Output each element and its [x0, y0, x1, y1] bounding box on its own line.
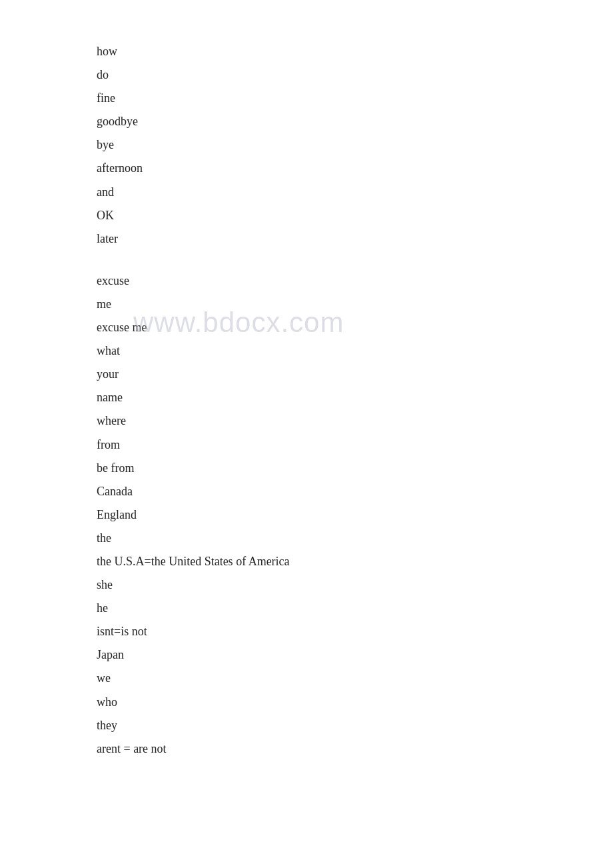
word-canada: Canada — [97, 480, 613, 503]
word-do: do — [97, 63, 613, 87]
word-ok: OK — [97, 204, 613, 227]
word-be-from: be from — [97, 457, 613, 480]
word-japan: Japan — [97, 643, 613, 667]
word-goodbye: goodbye — [97, 110, 613, 133]
word-where: where — [97, 409, 613, 433]
word-they: they — [97, 714, 613, 737]
word-who: who — [97, 691, 613, 714]
word-bye: bye — [97, 133, 613, 157]
word-later: later — [97, 227, 613, 251]
word-from: from — [97, 433, 613, 457]
word-afternoon: afternoon — [97, 157, 613, 180]
word-arent: arent = are not — [97, 737, 613, 761]
word-what: what — [97, 339, 613, 363]
word-fine: fine — [97, 87, 613, 110]
word-your: your — [97, 363, 613, 386]
word-excuse-me: excuse me — [97, 316, 613, 339]
content-area: www.bdocx.com howdofinegoodbyebyeafterno… — [0, 0, 613, 801]
word-the-usa: the U.S.A=the United States of America — [97, 550, 613, 573]
word-isnt: isnt=is not — [97, 620, 613, 643]
word-the: the — [97, 527, 613, 550]
word-list-2: excusemeexcuse mewhatyournamewherefrombe… — [97, 269, 613, 761]
word-how: how — [97, 40, 613, 63]
word-he: he — [97, 597, 613, 620]
spacer-1 — [97, 251, 613, 269]
word-england: England — [97, 503, 613, 527]
word-excuse: excuse — [97, 269, 613, 293]
word-she: she — [97, 573, 613, 597]
word-and: and — [97, 181, 613, 204]
word-list-1: howdofinegoodbyebyeafternoonandOKlater — [97, 40, 613, 251]
word-name: name — [97, 386, 613, 409]
word-we: we — [97, 667, 613, 690]
word-me: me — [97, 293, 613, 316]
